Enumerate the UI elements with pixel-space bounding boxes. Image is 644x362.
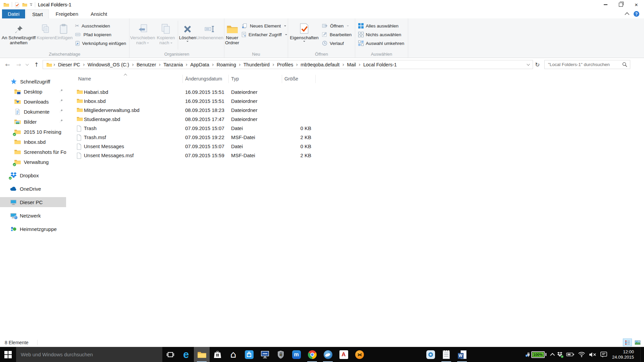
taskbar-file-explorer[interactable]	[194, 347, 210, 362]
sidebar-item-heimnetzgruppe[interactable]: Heimnetzgruppe	[0, 224, 66, 234]
select-all-button[interactable]: Alles auswählen	[356, 21, 407, 30]
qat-properties-icon[interactable]	[15, 2, 19, 7]
taskbar-maxthon[interactable]: m	[288, 347, 304, 362]
open-button[interactable]: Öffnen	[320, 21, 354, 30]
qat-new-folder-icon[interactable]	[22, 3, 27, 7]
task-view-button[interactable]	[162, 347, 178, 362]
address-dropdown-icon[interactable]	[527, 62, 530, 66]
rename-button[interactable]: Umbenennen	[196, 19, 223, 40]
search-box[interactable]	[544, 60, 630, 69]
file-row[interactable]: Unsent Messages.msf 07.09.2015 15:59 MSF…	[66, 151, 644, 160]
taskbar-blue-circle-app[interactable]	[423, 347, 438, 362]
paste-button[interactable]: Einfügen	[55, 19, 72, 40]
copy-button[interactable]: Kopieren	[37, 19, 55, 40]
taskbar-blue-bag-app[interactable]	[241, 347, 257, 362]
sidebar-item-netzwerk[interactable]: Netzwerk	[0, 210, 66, 221]
tab-freigeben[interactable]: Freigeben	[50, 9, 84, 18]
file-row[interactable]: Inbox.sbd 16.09.2015 15:51 Dateiordner	[66, 97, 644, 106]
taskbar-thunderbird[interactable]	[320, 347, 336, 362]
crumb-profiles[interactable]: Profiles	[274, 62, 296, 67]
sidebar-item-verwaltung[interactable]: Verwaltung	[0, 157, 66, 167]
new-item-button[interactable]: Neues Element	[239, 21, 289, 30]
close-button[interactable]: ×	[629, 0, 644, 9]
tray-wifi-icon[interactable]	[578, 352, 585, 357]
sidebar-item-bilder[interactable]: Bilder	[0, 117, 66, 127]
pin-to-quick-access-button[interactable]: An Schnellzugriff anheften	[1, 19, 37, 45]
sidebar-item-screenshots[interactable]: Screenshots für Foru	[0, 147, 66, 157]
sidebar-item-dropbox[interactable]: Dropbox	[0, 170, 66, 180]
recent-locations-dropdown[interactable]	[24, 60, 31, 69]
taskbar-search[interactable]	[16, 347, 162, 362]
show-desktop-button[interactable]	[640, 347, 643, 362]
tray-volume-muted-icon[interactable]	[589, 352, 597, 357]
start-button[interactable]	[0, 347, 16, 362]
invert-selection-button[interactable]: Auswahl umkehren	[356, 39, 407, 48]
crumb-mail[interactable]: Mail	[344, 62, 359, 67]
sidebar-item-2015-10-freising[interactable]: 2015 10 Freising	[0, 127, 66, 137]
details-view-button[interactable]	[623, 339, 632, 346]
crumb-dieser-pc[interactable]: Dieser PC	[55, 62, 83, 67]
breadcrumb[interactable]: › Dieser PC› Windows8_OS (C:)› Benutzer›…	[43, 60, 533, 69]
new-folder-button[interactable]: Neuer Ordner	[225, 19, 239, 45]
file-row[interactable]: Studientage.sbd 08.09.2015 17:47 Dateior…	[66, 115, 644, 124]
easy-access-button[interactable]: Einfacher Zugriff	[239, 30, 289, 39]
search-input[interactable]	[547, 62, 622, 67]
minimize-button[interactable]	[598, 0, 613, 9]
file-row[interactable]: Mitgliederverwaltung.sbd 08.09.2015 18:2…	[66, 106, 644, 115]
tab-datei[interactable]: Datei	[2, 9, 25, 18]
delete-button[interactable]: Löschen	[179, 19, 196, 43]
column-header-type[interactable]: Typ	[231, 76, 239, 81]
file-row[interactable]: Unsent Messages 07.09.2015 15:07 Datei 0…	[66, 142, 644, 151]
taskbar-edge[interactable]: e	[178, 347, 194, 362]
taskbar-clock[interactable]: 12:00 24.09.2015	[611, 349, 637, 360]
crumb-drive[interactable]: Windows8_OS (C:)	[85, 62, 132, 67]
copy-path-button[interactable]: Pfad kopieren	[73, 30, 128, 39]
taskbar-security-app[interactable]	[273, 347, 288, 362]
taskbar-home-app[interactable]: ⌂	[225, 347, 241, 362]
qat-customize-dropdown-icon[interactable]	[30, 3, 32, 6]
copy-to-button[interactable]: Kopieren nach	[155, 19, 176, 45]
sidebar-item-downloads[interactable]: Downloads	[0, 97, 66, 107]
history-button[interactable]: Verlauf	[320, 39, 354, 48]
file-row[interactable]: Habari.sbd 16.09.2015 15:51 Dateiordner	[66, 88, 644, 97]
refresh-icon[interactable]: ↻	[533, 60, 542, 69]
taskbar-adobe-reader[interactable]: A	[336, 347, 352, 362]
select-none-button[interactable]: Nichts auswählen	[356, 30, 407, 39]
thumbnail-view-button[interactable]	[633, 339, 642, 346]
taskbar-search-input[interactable]	[16, 351, 162, 358]
crumb-benutzer[interactable]: Benutzer	[134, 62, 159, 67]
tab-ansicht[interactable]: Ansicht	[85, 9, 113, 18]
tray-battery-icon[interactable]	[566, 352, 574, 357]
back-button[interactable]: ←	[2, 60, 13, 69]
help-icon[interactable]: ?	[634, 11, 639, 17]
column-header-date[interactable]: Änderungsdatum	[185, 76, 222, 81]
sidebar-item-desktop[interactable]: Desktop	[0, 86, 66, 97]
crumb-roaming[interactable]: Roaming	[214, 62, 239, 67]
up-button[interactable]: ↑	[31, 60, 42, 69]
sidebar-item-dokumente[interactable]: Dokumente	[0, 107, 66, 117]
tab-start[interactable]: Start	[26, 9, 49, 18]
forward-button[interactable]: →	[13, 60, 24, 69]
sidebar-item-dieser-pc[interactable]: Dieser PC	[0, 197, 66, 207]
paste-shortcut-button[interactable]: Verknüpfung einfügen	[73, 39, 128, 48]
crumb-local-folders[interactable]: Local Folders-1	[361, 62, 399, 67]
sidebar-item-inbox-sbd[interactable]: Inbox.sbd	[0, 137, 66, 147]
taskbar-notepad[interactable]	[438, 347, 454, 362]
cut-button[interactable]: ✂ Ausschneiden	[73, 21, 128, 30]
tray-action-center-icon[interactable]	[600, 352, 607, 358]
collapse-ribbon-icon[interactable]	[625, 12, 629, 17]
crumb-tanzania[interactable]: Tanzania	[161, 62, 185, 67]
column-header-name[interactable]: Name	[78, 76, 91, 81]
taskbar-chrome[interactable]	[304, 347, 320, 362]
tray-expand-icon[interactable]	[550, 353, 555, 358]
file-row[interactable]: Trash.msf 07.09.2015 19:22 MSF-Datei 2 K…	[66, 133, 644, 142]
crumb-thunderbird[interactable]: Thunderbird	[241, 62, 272, 67]
move-to-button[interactable]: Verschieben nach	[130, 19, 155, 45]
tray-dropbox-icon[interactable]	[557, 352, 562, 357]
taskbar-avast[interactable]	[352, 347, 367, 362]
taskbar-lenovo-app[interactable]	[257, 347, 273, 362]
properties-button[interactable]: Eigenschaften	[289, 19, 320, 43]
crumb-profile-folder[interactable]: mb9eqoba.default	[298, 62, 342, 67]
restore-button[interactable]	[613, 0, 629, 9]
edit-button[interactable]: Bearbeiten	[320, 30, 354, 39]
